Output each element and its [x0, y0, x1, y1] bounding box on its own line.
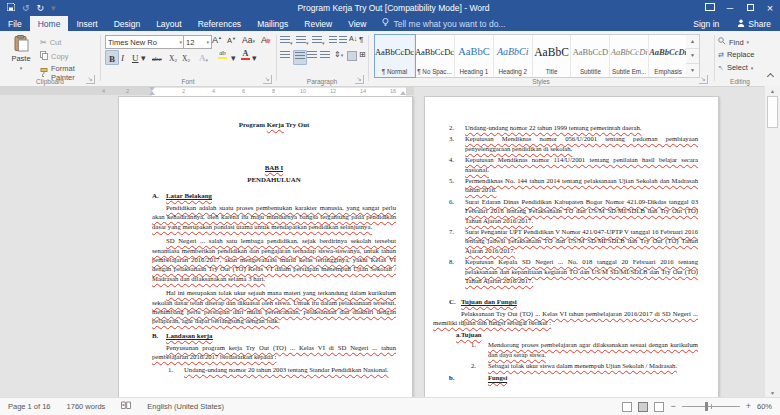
proofing-icon[interactable] — [113, 401, 139, 412]
grow-font-icon[interactable]: A▲ — [212, 35, 222, 45]
styles-scroll-down-icon[interactable]: ▼ — [686, 49, 699, 63]
style-emphasis[interactable]: AaBbCcDi Emphasis — [649, 35, 687, 77]
styles-more-icon[interactable]: ▼ — [686, 64, 699, 77]
line-spacing-icon[interactable]: ⇕▾ — [334, 50, 343, 59]
scrollbar-thumb[interactable] — [767, 96, 778, 128]
font-color-icon[interactable]: A — [241, 50, 250, 63]
group-font: Times New Ro▾ 12▾ A▲ A▼ Aa▾ A B I U ▾ ab… — [100, 31, 276, 86]
tab-layout[interactable]: Layout — [148, 16, 190, 31]
style-subtle-emphasis[interactable]: AaBbCcDi Subtle Em... — [610, 35, 649, 77]
vertical-scrollbar[interactable]: ▲ ▼ — [764, 86, 780, 398]
web-layout-icon[interactable] — [654, 402, 664, 412]
paste-button[interactable]: Paste ▾ — [6, 35, 36, 72]
cut-button[interactable]: ✂ Cut — [40, 38, 61, 47]
pilcrow-icon[interactable]: ¶ — [359, 35, 363, 44]
paste-dropdown-icon[interactable]: ▾ — [20, 65, 23, 71]
restore-icon[interactable] — [740, 3, 760, 13]
page-indicator[interactable]: Page 1 of 16 — [0, 402, 59, 411]
style-heading2[interactable]: AaBbCi Heading 2 — [494, 35, 533, 77]
align-left-icon[interactable] — [280, 51, 290, 62]
document-page-2[interactable]: 2.Undang-undang nomor 22 tahun 1999 tent… — [424, 96, 719, 398]
collapse-ribbon-icon[interactable] — [768, 72, 773, 81]
numbering-icon[interactable]: ▾ — [296, 36, 309, 47]
font-size-select[interactable]: 12▾ — [183, 35, 212, 49]
select-button[interactable]: ↖ Select▾ — [718, 63, 753, 72]
subsection-b-heading: b. Fungsi — [449, 373, 698, 383]
shrink-font-icon[interactable]: A▼ — [227, 36, 236, 45]
paragraph: Hal ini merupakan tolak ukur sejauh mana… — [152, 288, 396, 326]
clipboard-dialog-launcher[interactable]: ↘ — [86, 75, 95, 84]
print-layout-icon[interactable] — [638, 402, 648, 412]
ribbon-display-options-icon[interactable] — [700, 3, 720, 13]
right-indent-marker[interactable] — [400, 91, 406, 95]
styles-scroll-up-icon[interactable]: ▲ — [686, 35, 699, 49]
word-count[interactable]: 1760 words — [59, 402, 114, 411]
style-title[interactable]: AaBbC Title — [533, 35, 572, 77]
zoom-level[interactable]: 60% — [757, 402, 772, 411]
tab-insert[interactable]: Insert — [68, 16, 105, 31]
clear-formatting-icon[interactable]: A — [261, 35, 270, 45]
tell-me-box[interactable]: Tell me what you want to do... — [374, 16, 513, 31]
font-color-dropdown-icon[interactable]: ▾ — [252, 50, 257, 63]
zoom-in-icon[interactable]: + — [746, 402, 751, 411]
shading-icon[interactable] — [347, 51, 357, 63]
subscript-icon[interactable]: X2 — [169, 50, 177, 63]
minimize-icon[interactable]: ─ — [720, 3, 740, 13]
undo-icon[interactable]: ↺ — [22, 4, 30, 13]
copy-button[interactable]: Copy — [40, 51, 69, 62]
share-button[interactable]: Share — [728, 16, 780, 31]
hanging-indent-marker[interactable] — [149, 91, 155, 95]
paragraph-dialog-launcher[interactable]: ↘ — [355, 75, 364, 84]
zoom-out-icon[interactable]: − — [670, 402, 675, 411]
scroll-up-icon[interactable]: ▲ — [765, 86, 780, 96]
document-area[interactable]: Program Kerja Try Out BAB I PENDAHULUAN … — [0, 96, 765, 398]
group-clipboard: Paste ▾ ✂ Cut Copy Format Painter Clipbo… — [0, 31, 100, 86]
horizontal-ruler[interactable]: 4 2 2 4 6 8 10 12 14 16 — [0, 86, 765, 96]
strikethrough-icon[interactable]: abc — [152, 50, 162, 63]
style-normal[interactable]: AaBbCcDc ¶ Normal — [375, 35, 415, 77]
borders-icon[interactable]: ⊞ — [359, 50, 366, 59]
underline-button[interactable]: U — [132, 50, 139, 63]
qat-customize-icon[interactable]: ▾ — [51, 4, 56, 13]
superscript-icon[interactable]: X2 — [182, 50, 190, 63]
sign-in-button[interactable]: Sign in — [684, 16, 728, 31]
align-center-icon[interactable] — [293, 50, 307, 65]
read-mode-icon[interactable] — [622, 402, 632, 412]
tab-mailings[interactable]: Mailings — [249, 16, 296, 31]
replace-button[interactable]: ⇄ Replace — [718, 50, 754, 59]
tab-review[interactable]: Review — [296, 16, 340, 31]
styles-dialog-launcher[interactable]: ↘ — [699, 75, 708, 84]
tab-view[interactable]: View — [340, 16, 374, 31]
bold-button[interactable]: B — [105, 50, 119, 65]
highlight-icon[interactable]: ab — [218, 50, 227, 63]
multilevel-list-icon[interactable]: ▾ — [312, 36, 325, 47]
decrease-indent-icon[interactable] — [329, 36, 337, 47]
tab-design[interactable]: Design — [106, 16, 148, 31]
redo-icon[interactable]: ↻ — [37, 4, 45, 13]
language-indicator[interactable]: English (United States) — [139, 402, 232, 411]
tab-references[interactable]: References — [190, 16, 249, 31]
style-no-spacing[interactable]: AaBbCcDc ¶ No Spac... — [415, 35, 455, 77]
zoom-slider[interactable] — [682, 402, 740, 411]
close-icon[interactable]: × — [760, 2, 780, 14]
document-page-1[interactable]: Program Kerja Try Out BAB I PENDAHULUAN … — [118, 96, 413, 398]
font-dialog-launcher[interactable]: ↘ — [263, 75, 272, 84]
font-name-select[interactable]: Times New Ro▾ — [105, 35, 185, 49]
align-right-icon[interactable] — [307, 51, 317, 62]
sort-icon[interactable]: A↓ — [349, 35, 357, 42]
style-subtitle[interactable]: AaBbCcD Subtitle — [571, 35, 610, 77]
justify-icon[interactable] — [320, 51, 330, 62]
italic-button[interactable]: I — [121, 50, 124, 63]
tab-home[interactable]: Home — [30, 16, 69, 31]
increase-indent-icon[interactable] — [339, 36, 347, 47]
style-heading1[interactable]: AaBbC Heading 1 — [455, 35, 494, 77]
bullets-icon[interactable]: ▾ — [280, 36, 293, 47]
save-icon[interactable] — [7, 3, 15, 13]
underline-dropdown-icon[interactable]: ▾ — [141, 50, 146, 63]
text-effects-icon[interactable]: A▾ — [199, 50, 208, 63]
change-case-icon[interactable]: Aa▾ — [242, 35, 255, 45]
tab-file[interactable]: File — [0, 16, 30, 31]
highlight-dropdown-icon[interactable]: ▾ — [231, 50, 236, 63]
find-button[interactable]: Find▾ — [718, 37, 749, 47]
zoom-slider-thumb[interactable] — [705, 402, 708, 411]
